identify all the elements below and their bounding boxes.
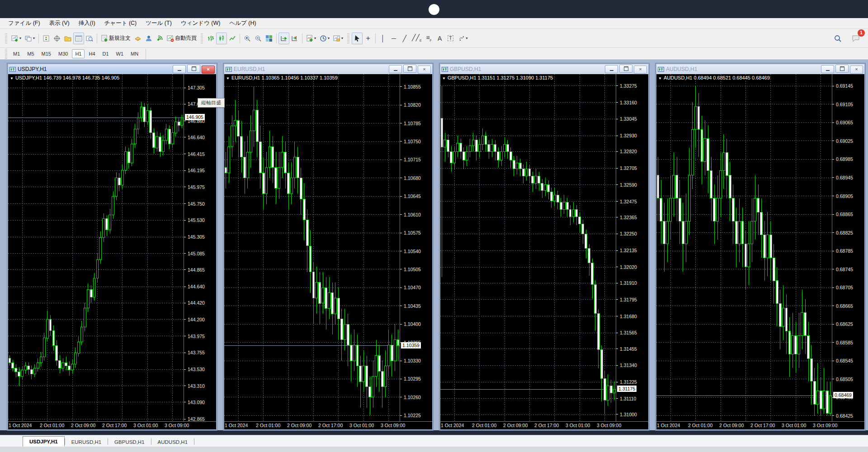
community-button[interactable] [143,33,154,44]
price-tick-label: 1.10435 [400,303,432,309]
equidistant-channel-button[interactable]: ╱╱E [410,33,424,44]
chart-candles-button[interactable] [216,33,227,44]
menu-item-window[interactable]: ウィンドウ (W) [176,18,225,28]
price-axis[interactable]: 1.108551.108201.107851.107501.107151.106… [400,74,432,421]
terminal-button[interactable] [73,33,84,44]
menu-item-file[interactable]: ファイル (F) [4,18,45,28]
maximize-button[interactable] [187,65,200,73]
crosshair-button[interactable]: + [363,33,373,44]
candlestick-plot[interactable] [440,74,616,421]
candlestick-plot[interactable] [8,74,184,421]
timeframe-w1[interactable]: W1 [113,49,127,58]
close-button[interactable]: × [418,66,431,74]
menu-item-tools[interactable]: ツール (T) [141,18,176,28]
time-axis[interactable]: 1 Oct 20242 Oct 01:002 Oct 09:002 Oct 17… [440,421,648,429]
toolbar-grip[interactable] [347,33,349,43]
horizontal-line-button[interactable]: ─ [388,33,399,44]
timeframe-m5[interactable]: M5 [24,49,37,58]
zoom-out-icon [255,35,262,42]
timeframe-d1[interactable]: D1 [99,49,112,58]
timeframe-m1[interactable]: M1 [10,49,23,58]
maximize-button[interactable] [403,65,416,73]
new-order-button[interactable]: 新規注文 [99,33,132,44]
fibonacci-button[interactable]: ≡F [424,33,434,44]
time-axis[interactable]: 1 Oct 20242 Oct 01:002 Oct 09:002 Oct 17… [8,421,216,429]
maximize-button[interactable] [835,65,849,73]
chart-line-button[interactable] [227,33,238,44]
minimize-button[interactable] [389,65,402,73]
price-tick-label: 1.32930 [616,133,648,139]
menu-bar: ファイル (F)表示 (V)挿入(I)チャート (C)ツール (T)ウィンドウ … [0,18,868,29]
price-tick-label: 0.68425 [832,413,864,419]
notifications-button[interactable]: 1 [850,33,862,44]
search-button[interactable] [832,33,844,44]
window-titlebar[interactable]: GBPUSD,H1× [440,64,648,74]
maximize-button[interactable] [619,65,632,73]
close-button[interactable]: × [634,66,647,74]
menu-item-view[interactable]: 表示 (V) [45,18,74,28]
market-watch-button[interactable] [41,33,52,44]
chart-tab-eurusd[interactable]: EURUSD,H1 [65,437,108,447]
periods-button[interactable]: ▾ [318,33,331,44]
time-tick-label: 3 Oct 01:00 [349,423,374,428]
data-window-button[interactable] [52,33,62,44]
text-button[interactable]: A [434,33,445,44]
chart-shift-button[interactable] [289,33,300,44]
timeframe-h1[interactable]: H1 [72,49,85,58]
window-titlebar[interactable]: EURUSD,H1× [224,64,432,74]
templates-button[interactable]: ▾ [331,33,345,44]
vertical-line-button[interactable]: │ [377,33,388,44]
indicators-button[interactable]: ▾ [304,33,318,44]
close-button[interactable]: × [202,66,215,74]
tile-windows-button[interactable] [264,33,274,44]
candlestick-plot[interactable] [656,74,832,421]
strategy-tester-button[interactable] [84,33,95,44]
time-axis[interactable]: 1 Oct 20242 Oct 01:002 Oct 09:002 Oct 17… [224,421,432,429]
window-titlebar[interactable]: USDJPY,H1× [8,64,216,74]
notification-badge: 1 [858,29,865,37]
timeframe-mn[interactable]: MN [127,49,142,58]
price-axis[interactable]: 1.332751.331601.330451.329301.328201.327… [616,74,648,421]
minimize-button[interactable] [605,65,618,73]
price-tick-label: 144.200 [184,316,216,322]
toolbar-grip[interactable] [201,33,203,43]
menu-item-help[interactable]: ヘルプ (H) [225,18,260,28]
zoom-in-button[interactable] [242,33,253,44]
profiles-button[interactable]: ▾ [23,33,37,44]
window-titlebar[interactable]: AUDUSD,H1× [656,64,864,74]
minimize-button[interactable] [173,65,186,73]
menu-item-insert[interactable]: 挿入(I) [74,18,100,28]
chart-tab-gbpusd[interactable]: GBPUSD,H1 [108,437,151,447]
chart-bars-button[interactable] [205,33,216,44]
trendline-button[interactable]: ╱ [399,33,410,44]
time-tick-label: 3 Oct 01:00 [566,423,590,428]
chart-window-eurusd: EURUSD,H1×▼EURUSD,H1 1.10365 1.10456 1.1… [223,63,433,430]
timeframe-m15[interactable]: M15 [38,49,54,58]
close-button[interactable]: × [850,66,863,74]
signals-button[interactable] [154,33,165,44]
chart-tab-audusd[interactable]: AUDUSD,H1 [151,437,194,447]
candlestick-plot[interactable] [224,74,400,421]
menu-item-chart[interactable]: チャート (C) [100,18,142,28]
market-button[interactable] [132,33,143,44]
timeframe-h4[interactable]: H4 [85,49,98,58]
navigator-button[interactable] [62,33,73,44]
chart-tab-usdjpy[interactable]: USDJPY,H1 [23,436,65,447]
minimize-button[interactable] [821,65,834,73]
zoom-out-button[interactable] [253,33,264,44]
toolbar-grip[interactable] [5,33,7,43]
arrows-button[interactable]: ▾ [456,33,470,44]
new-chart-button[interactable]: ▾ [9,33,23,44]
timeframe-m30[interactable]: M30 [55,49,71,58]
price-tick-label: 0.68625 [832,321,864,327]
price-axis[interactable]: 147.305147.085146.860146.640146.415146.1… [184,74,216,421]
price-tick-label: 0.68665 [832,303,864,309]
timeframe-grip[interactable] [5,49,7,59]
auto-trading-button[interactable]: 自動売買 [165,33,198,44]
time-axis[interactable]: 1 Oct 20242 Oct 01:002 Oct 09:002 Oct 17… [656,421,864,429]
auto-scroll-button[interactable] [278,33,289,44]
cursor-button[interactable] [352,33,363,44]
text-label-button[interactable]: T [445,33,456,44]
price-axis[interactable]: 0.691450.691050.690650.690250.689850.689… [832,74,864,421]
price-tick-label: 1.31000 [616,411,648,417]
